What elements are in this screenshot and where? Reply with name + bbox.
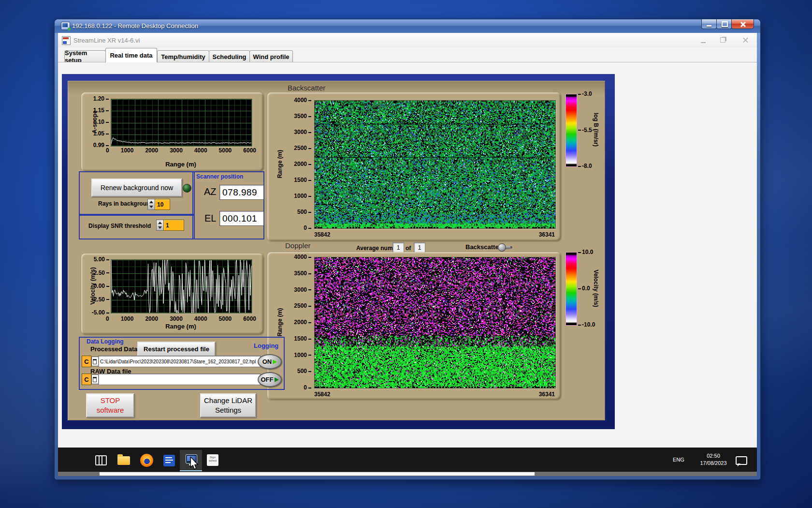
tab-page-real-time-data: 1.201.151.101.050.99 A-scope 01000200030…	[58, 62, 757, 448]
tick-label: 1000	[121, 147, 134, 154]
rdp-window-title: 192.168.0.122 - Remote Desktop Connectio…	[72, 22, 198, 30]
doppler-colorbar	[566, 252, 577, 326]
backscatter-x-axis: 3584236341	[314, 231, 555, 238]
tick-label: 2000	[294, 319, 311, 326]
tick-label: 35842	[314, 231, 330, 238]
tab-real-time-data[interactable]: Real time data	[105, 48, 157, 62]
scanner-position-box: Scanner position AZ 078.989 EL 000.101	[192, 171, 264, 239]
velocity-panel: 5.002.500.00-2.50-5.00 Velocity (m/s) 01…	[81, 254, 263, 334]
doppler-heatmap-panel: 40003500300025002000150010005000 Range (…	[267, 252, 561, 400]
change-lidar-settings-button[interactable]: Change LiDAR Settings	[200, 393, 256, 418]
tick-label: 1000	[294, 193, 311, 199]
az-value-field: 078.989	[219, 185, 264, 200]
rdp-client-area: StreamLine XR v14-6.vi System setup Real…	[58, 33, 757, 476]
app-titlebar[interactable]: StreamLine XR v14-6.vi	[58, 33, 757, 48]
mouse-cursor	[189, 457, 199, 471]
app-minimize-button[interactable]	[697, 36, 709, 45]
notification-center-icon[interactable]	[736, 456, 747, 465]
rdp-maximize-button[interactable]	[716, 19, 732, 29]
tick-label: 4000	[194, 315, 207, 322]
backscatter-y-axis: 40003500300025002000150010005000	[290, 97, 311, 231]
velocity-plot	[111, 259, 252, 314]
backscatter-section-title: Backscatter	[288, 84, 325, 92]
average-number-field[interactable]: 1	[392, 242, 404, 253]
backscatter-toggle-label: Backscatter	[465, 243, 501, 251]
stop-software-button[interactable]: STOP software	[86, 393, 134, 418]
snr-value-field[interactable]: 1	[163, 220, 184, 231]
rdp-close-button[interactable]	[731, 19, 754, 29]
app-close-button[interactable]	[740, 36, 751, 45]
off-arrow-icon	[275, 377, 279, 382]
tick-label: 1500	[294, 335, 311, 342]
tick-label: 2000	[145, 315, 158, 322]
vi-file-icon	[62, 36, 71, 45]
app-restore-button[interactable]	[717, 36, 729, 45]
processed-logging-toggle[interactable]: ON	[258, 354, 282, 369]
processed-path-browse-icon[interactable]	[91, 357, 99, 366]
tick-label: 36341	[539, 391, 555, 398]
of-label: of	[406, 245, 411, 252]
tab-system-setup[interactable]: System setup	[64, 50, 106, 62]
ascope-y-label: A-scope	[91, 110, 98, 133]
language-indicator[interactable]: ENG	[673, 457, 684, 463]
tick-label: 1000	[121, 315, 134, 322]
tick-label: 3000	[170, 147, 183, 154]
velocity-y-label: Velocity (m/s)	[89, 267, 96, 304]
desktop: 192.168.0.122 - Remote Desktop Connectio…	[0, 0, 812, 508]
backscatter-colorbar-label: log B (/m/sr)	[593, 113, 599, 147]
tab-temp-humidity[interactable]: Temp/humidity	[157, 50, 209, 62]
rdp-horizontal-scrollbar[interactable]	[58, 472, 757, 476]
ascope-x-label: Range (m)	[149, 161, 212, 168]
task-view-icon[interactable]	[95, 455, 107, 465]
backscatter-toggle[interactable]	[498, 243, 512, 251]
tick-label: -5.5	[578, 127, 592, 134]
renew-background-button[interactable]: Renew background now	[91, 179, 182, 197]
tick-label: 1000	[294, 352, 311, 359]
tick-label: 5.00	[94, 256, 109, 263]
rdp-titlebar[interactable]: 192.168.0.122 - Remote Desktop Connectio…	[55, 19, 760, 33]
raw-path-field[interactable]	[98, 374, 261, 385]
sign-sched-icon[interactable]: Sign sched	[207, 454, 218, 466]
tick-label: 2500	[294, 302, 311, 309]
raw-drive-selector[interactable]: C	[82, 374, 91, 385]
tab-strip: System setup Real time data Temp/humidit…	[58, 47, 757, 62]
app-window-title: StreamLine XR v14-6.vi	[73, 37, 140, 44]
tick-label: -3.0	[578, 90, 592, 97]
taskbar-clock[interactable]: 02:50 17/08/2023	[693, 452, 734, 467]
tick-label: 6000	[243, 315, 256, 322]
tick-label: 2000	[145, 147, 158, 154]
restart-processed-file-button[interactable]: Restart processed file	[137, 342, 216, 357]
tab-wind-profile[interactable]: Wind profile	[249, 50, 293, 62]
processed-path-field[interactable]: C:\Lidar\Data\Proc\2023\202308\20230817\…	[98, 356, 261, 367]
el-value-field: 000.101	[219, 211, 264, 226]
rays-in-background-label: Rays in background	[98, 200, 154, 207]
tick-label: 3000	[294, 129, 311, 135]
raw-logging-toggle[interactable]: OFF	[258, 372, 282, 387]
background-led-indicator	[183, 184, 191, 193]
rdp-minimize-button[interactable]	[701, 19, 717, 29]
average-total-field: 1	[414, 242, 425, 253]
doppler-section-title: Doppler	[285, 241, 311, 250]
processed-drive-selector[interactable]: C	[82, 356, 91, 367]
backscatter-heatmap	[314, 100, 556, 229]
doppler-y-axis: 40003500300025002000150010005000	[290, 254, 311, 391]
tick-label: -8.0	[578, 163, 592, 169]
scrollbar-thumb[interactable]	[100, 472, 535, 476]
tick-label: 2000	[294, 161, 311, 167]
file-explorer-icon[interactable]	[117, 456, 130, 465]
backscatter-colorbar	[566, 94, 577, 167]
ascope-panel: 1.201.151.101.050.99 A-scope 01000200030…	[81, 92, 263, 171]
remote-desktop-icon	[61, 22, 70, 30]
blue-app-icon[interactable]	[163, 455, 175, 466]
el-label: EL	[204, 213, 216, 224]
raw-path-browse-icon[interactable]	[91, 374, 99, 384]
tick-label: 500	[297, 209, 311, 215]
snr-spinner[interactable]	[156, 220, 164, 231]
firefox-icon[interactable]	[140, 454, 153, 467]
rays-spinner[interactable]	[147, 199, 155, 210]
az-label: AZ	[204, 186, 217, 197]
on-arrow-icon	[273, 359, 277, 364]
tab-scheduling[interactable]: Scheduling	[209, 50, 250, 62]
rays-value-field[interactable]: 10	[155, 199, 170, 210]
doppler-colorbar-label: Velocity (m/s)	[593, 269, 599, 307]
